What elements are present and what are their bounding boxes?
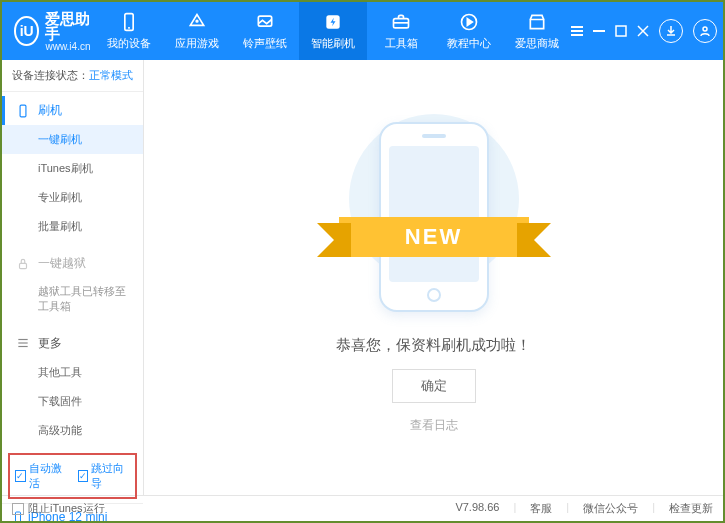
checkbox-label: 跳过向导 [91,461,130,491]
logo-area: iU 爱思助手 www.i4.cn [14,11,95,52]
nav-flash[interactable]: 智能刷机 [299,2,367,60]
jailbreak-note: 越狱工具已转移至工具箱 [2,278,143,321]
section-label: 一键越狱 [38,255,86,272]
svg-rect-11 [571,34,583,36]
sidebar-section-flash[interactable]: 刷机 [2,96,143,125]
success-illustration: NEW [359,122,509,322]
nav-toolbox[interactable]: 工具箱 [367,2,435,60]
customer-service-link[interactable]: 客服 [530,501,552,516]
sidebar-item-pro-flash[interactable]: 专业刷机 [2,183,143,212]
minimize-icon[interactable] [593,25,605,37]
new-ribbon: NEW [339,217,529,257]
wechat-link[interactable]: 微信公众号 [583,501,638,516]
checkbox-block-itunes[interactable] [12,503,24,515]
menu-icon[interactable] [571,25,583,37]
check-update-link[interactable]: 检查更新 [669,501,713,516]
maximize-icon[interactable] [615,25,627,37]
connection-status: 设备连接状态：正常模式 [2,60,143,92]
app-title: 爱思助手 [45,11,95,41]
sidebar-item-advanced[interactable]: 高级功能 [2,416,143,445]
nav-label: 我的设备 [107,36,151,51]
nav-tutorial[interactable]: 教程中心 [435,2,503,60]
lock-icon [16,257,30,271]
nav-label: 铃声壁纸 [243,36,287,51]
svg-point-2 [196,20,198,22]
user-icon [699,25,711,37]
app-url: www.i4.cn [45,41,95,52]
svg-rect-12 [593,30,605,32]
sidebar-item-other-tools[interactable]: 其他工具 [2,358,143,387]
close-icon[interactable] [637,25,649,37]
sidebar-section-more[interactable]: 更多 [2,329,143,358]
section-label: 刷机 [38,102,62,119]
success-message: 恭喜您，保资料刷机成功啦！ [336,336,531,355]
nav-my-device[interactable]: 我的设备 [95,2,163,60]
checkbox-skip-guide[interactable]: ✓ 跳过向导 [78,461,131,491]
wallpaper-icon [255,12,275,32]
toolbox-icon [391,12,411,32]
sidebar: 设备连接状态：正常模式 刷机 一键刷机 iTunes刷机 专业刷机 批量刷机 一… [2,60,144,495]
nav-label: 智能刷机 [311,36,355,51]
user-button[interactable] [693,19,717,43]
status-value: 正常模式 [89,69,133,81]
nav-label: 爱思商城 [515,36,559,51]
svg-rect-18 [20,263,27,268]
sidebar-item-one-key-flash[interactable]: 一键刷机 [2,125,143,154]
download-button[interactable] [659,19,683,43]
checkbox-icon: ✓ [78,470,89,482]
list-icon [16,336,30,350]
nav-wallpaper[interactable]: 铃声壁纸 [231,2,299,60]
checkbox-icon: ✓ [15,470,26,482]
apps-icon [187,12,207,32]
nav-apps[interactable]: 应用游戏 [163,2,231,60]
app-header: iU 爱思助手 www.i4.cn 我的设备 应用游戏 铃声壁纸 智能刷机 工具… [2,2,723,60]
view-log-link[interactable]: 查看日志 [410,417,458,434]
header-right [571,19,717,43]
svg-point-16 [703,27,707,31]
checkbox-auto-activate[interactable]: ✓ 自动激活 [15,461,68,491]
block-itunes-label: 阻止iTunes运行 [28,501,105,516]
nav-label: 应用游戏 [175,36,219,51]
sidebar-item-batch-flash[interactable]: 批量刷机 [2,212,143,241]
svg-rect-9 [571,26,583,28]
ok-button[interactable]: 确定 [392,369,476,403]
download-icon [665,25,677,37]
checkbox-label: 自动激活 [29,461,68,491]
section-label: 更多 [38,335,62,352]
svg-marker-8 [467,18,472,25]
sidebar-item-download-firmware[interactable]: 下载固件 [2,387,143,416]
tutorial-icon [459,12,479,32]
logo-icon: iU [14,16,39,46]
phone-icon [119,12,139,32]
status-label: 设备连接状态： [12,69,89,81]
store-icon [527,12,547,32]
version-label: V7.98.66 [455,501,499,516]
top-nav: 我的设备 应用游戏 铃声壁纸 智能刷机 工具箱 教程中心 爱思商城 [95,2,571,60]
nav-label: 工具箱 [385,36,418,51]
sidebar-item-itunes-flash[interactable]: iTunes刷机 [2,154,143,183]
svg-rect-10 [571,30,583,32]
main-content: NEW 恭喜您，保资料刷机成功啦！ 确定 查看日志 [144,60,723,495]
nav-label: 教程中心 [447,36,491,51]
svg-rect-17 [20,105,26,117]
phone-icon [16,104,30,118]
svg-rect-13 [616,26,626,36]
flash-options-highlight: ✓ 自动激活 ✓ 跳过向导 [8,453,137,499]
nav-store[interactable]: 爱思商城 [503,2,571,60]
flash-icon [323,12,343,32]
sidebar-section-jailbreak[interactable]: 一键越狱 [2,249,143,278]
